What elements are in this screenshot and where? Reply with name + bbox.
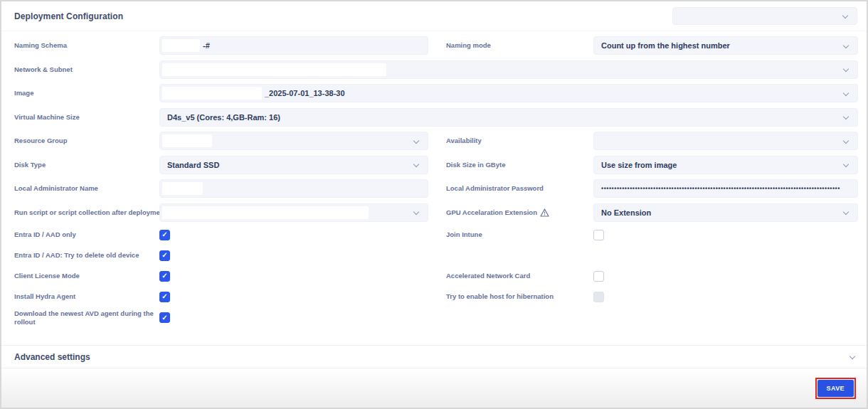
chevron-down-icon (842, 113, 850, 121)
disk-type-label: Disk Type (14, 161, 159, 169)
run-script-label: Run script or script collection after de… (14, 208, 159, 217)
network-subnet-label: Network & Subnet (14, 65, 159, 74)
vm-size-value: D4s_v5 (Cores: 4,GB-Ram: 16) (167, 113, 837, 122)
gpu-extension-value: No Extension (601, 208, 837, 217)
accelerated-nic-label: Accelerated Network Card (446, 272, 593, 280)
naming-schema-label: Naming Schema (14, 41, 159, 50)
join-intune-label: Join Intune (446, 230, 593, 239)
disk-size-select[interactable]: Use size from image (593, 156, 858, 174)
entra-delete-old-label: Entra ID / AAD: Try to delete old device (14, 251, 159, 260)
disk-size-value: Use size from image (601, 161, 837, 169)
deployment-form: Naming Schema -# Naming mode Count up fr… (1, 31, 867, 345)
chevron-down-icon (413, 161, 420, 169)
hibernation-checkbox[interactable] (593, 292, 604, 302)
resource-group-label: Resource Group (14, 137, 159, 145)
image-value: _2025-07-01_13-38-30 (265, 89, 837, 97)
availability-select[interactable] (593, 132, 858, 150)
gpu-extension-label: GPU Accelaration Extension (446, 208, 593, 217)
form-row: Download the newest AVD agent during the… (1, 309, 867, 334)
chevron-down-icon (842, 161, 850, 169)
form-row: Install Hydra Agent ✓ Try to enable host… (1, 289, 867, 304)
download-avd-label: Download the newest AVD agent during the… (14, 309, 159, 326)
naming-mode-label: Naming mode (446, 41, 593, 50)
header-dropdown[interactable] (672, 7, 857, 25)
warning-icon (540, 208, 549, 217)
form-row: Local Administrator Name Local Administr… (1, 179, 867, 198)
join-intune-checkbox[interactable] (593, 230, 604, 240)
availability-label: Availability (446, 137, 593, 145)
chevron-down-icon (842, 42, 850, 50)
accelerated-nic-checkbox[interactable] (593, 271, 604, 282)
redacted-value (162, 206, 369, 219)
naming-schema-input[interactable]: -# (159, 36, 428, 55)
image-label: Image (14, 89, 159, 97)
form-row: Network & Subnet (1, 60, 867, 79)
chevron-down-icon (842, 90, 850, 97)
redacted-value (162, 134, 212, 147)
gpu-extension-select[interactable]: No Extension (593, 203, 858, 222)
entra-only-checkbox[interactable]: ✓ (159, 230, 170, 240)
gpu-extension-label-text: GPU Accelaration Extension (446, 208, 537, 217)
form-row: Naming Schema -# Naming mode Count up fr… (1, 36, 867, 55)
chevron-down-icon (842, 65, 850, 73)
naming-schema-value: -# (203, 41, 420, 50)
disk-type-value: Standard SSD (167, 161, 407, 169)
redacted-value (162, 87, 262, 100)
form-row: Client License Mode ✓ Accelerated Networ… (1, 268, 867, 284)
redacted-value (162, 39, 200, 52)
client-license-checkbox[interactable]: ✓ (159, 271, 170, 282)
admin-password-label: Local Administrator Password (446, 184, 593, 193)
admin-name-label: Local Administrator Name (14, 184, 159, 193)
chevron-down-icon (842, 208, 850, 216)
form-row: Disk Type Standard SSD Disk Size in GByt… (1, 156, 867, 174)
form-row: Virtual Machine Size D4s_v5 (Cores: 4,GB… (1, 108, 867, 127)
install-hydra-label: Install Hydra Agent (14, 292, 159, 301)
client-license-label: Client License Mode (14, 272, 159, 280)
redacted-value (162, 63, 386, 76)
form-row: Resource Group Availability (1, 132, 867, 150)
naming-mode-value: Count up from the highest number (601, 41, 837, 50)
form-row: Run script or script collection after de… (1, 203, 867, 222)
chevron-down-icon (842, 137, 850, 145)
save-button[interactable]: SAVE (817, 380, 854, 397)
image-select[interactable]: _2025-07-01_13-38-30 (159, 84, 858, 102)
download-avd-checkbox[interactable]: ✓ (159, 312, 170, 323)
deployment-configuration-panel: Deployment Configuration Naming Schema -… (0, 0, 868, 409)
annotation-highlight-box: SAVE (815, 378, 856, 399)
disk-type-select[interactable]: Standard SSD (159, 156, 428, 174)
page-title: Deployment Configuration (14, 11, 123, 21)
install-hydra-checkbox[interactable]: ✓ (159, 292, 170, 302)
admin-password-input[interactable]: ••••••••••••••••••••••••••••••••••••••••… (593, 179, 858, 198)
chevron-down-icon (413, 137, 420, 145)
footer-bar: SAVE (1, 368, 867, 408)
entra-only-label: Entra ID / AAD only (14, 230, 159, 239)
redacted-value (162, 182, 203, 195)
resource-group-select[interactable] (159, 132, 428, 150)
form-row: Image _2025-07-01_13-38-30 (1, 84, 867, 102)
chevron-down-icon (842, 12, 850, 20)
chevron-down-icon (849, 353, 857, 361)
hibernation-label: Try to enable host for hibernation (446, 292, 593, 301)
admin-name-input[interactable] (159, 179, 428, 198)
run-script-select[interactable] (159, 203, 428, 222)
chevron-down-icon (413, 208, 420, 216)
advanced-settings-label: Advanced settings (14, 352, 90, 362)
masked-password-value: ••••••••••••••••••••••••••••••••••••••••… (601, 185, 850, 192)
advanced-settings-toggle[interactable]: Advanced settings (1, 345, 867, 368)
disk-size-label: Disk Size in GByte (446, 161, 593, 169)
network-subnet-select[interactable] (159, 60, 858, 79)
vm-size-select[interactable]: D4s_v5 (Cores: 4,GB-Ram: 16) (159, 108, 858, 127)
naming-mode-select[interactable]: Count up from the highest number (593, 36, 858, 55)
vm-size-label: Virtual Machine Size (14, 113, 159, 122)
form-row: Entra ID / AAD: Try to delete old device… (1, 248, 867, 263)
entra-delete-old-checkbox[interactable]: ✓ (159, 250, 170, 261)
form-row: Entra ID / AAD only ✓ Join Intune (1, 227, 867, 243)
panel-header: Deployment Configuration (1, 1, 867, 31)
